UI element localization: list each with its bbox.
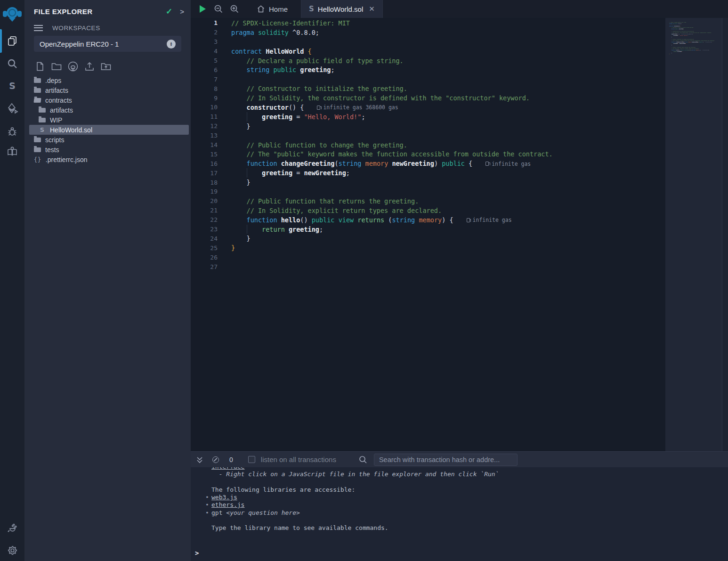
gas-estimate-badge: infinite gas 368600 gas	[317, 104, 398, 111]
expand-terminal-icon[interactable]	[196, 456, 203, 463]
terminal-bar: 0 listen on all transactions	[191, 451, 728, 467]
debugger-icon[interactable]	[0, 122, 24, 141]
remix-logo[interactable]	[2, 4, 23, 24]
terminal-panel: 0 listen on all transactions interface -…	[191, 451, 728, 561]
terminal-search-input[interactable]	[374, 454, 518, 466]
activity-bar: S	[0, 0, 24, 561]
tab-helloworld-sol[interactable]: S HelloWorld.sol ✕	[301, 0, 383, 18]
code-line-6[interactable]: 6 string public greeting;	[191, 65, 665, 74]
code-line-22[interactable]: 22 function hello() public view returns …	[191, 215, 665, 225]
terminal-line: •gpt <your question here>	[191, 509, 728, 517]
folder-open-icon	[33, 98, 41, 103]
learneth-icon[interactable]	[0, 142, 24, 161]
tree-item-scripts[interactable]: scripts	[29, 135, 189, 145]
tree-item-contracts[interactable]: contracts	[29, 95, 189, 105]
upload-folder-icon[interactable]	[100, 60, 112, 73]
folder-icon	[34, 88, 41, 93]
code-line-23[interactable]: 23 return greeting;	[191, 225, 665, 234]
close-tab-icon[interactable]: ✕	[369, 5, 375, 13]
terminal-line: •ethers.js	[191, 501, 728, 509]
terminal-search-icon	[359, 455, 367, 464]
json-file-icon: {}	[34, 156, 41, 163]
deploy-run-icon[interactable]	[0, 99, 24, 118]
terminal-line: - Right click on a JavaScript file in th…	[191, 471, 728, 478]
folder-icon	[34, 78, 41, 83]
code-line-27[interactable]: 27	[667, 56, 728, 57]
chevron-right-icon[interactable]: >	[180, 8, 184, 16]
search-icon[interactable]	[0, 54, 24, 73]
code-line-21[interactable]: 21 // In Solidity, explicit return types…	[191, 206, 665, 215]
terminal-link[interactable]: interface	[211, 467, 244, 470]
minimap[interactable]: 1// SPDX-License-Identifier: MIT2pragma …	[665, 18, 722, 451]
tab-helloworld-label: HelloWorld.sol	[318, 5, 363, 13]
tree-item-wip[interactable]: WIP	[29, 115, 189, 125]
code-line-3[interactable]: 3	[191, 37, 665, 47]
plugin-manager-icon[interactable]	[0, 518, 24, 537]
zoom-out-icon[interactable]	[210, 0, 226, 18]
accept-check-icon[interactable]: ✓	[166, 7, 172, 16]
code-line-27[interactable]: 27	[191, 262, 665, 271]
terminal-line: Type the library name to see available c…	[191, 524, 728, 532]
github-icon[interactable]	[67, 60, 79, 73]
terminal-line: interface	[191, 467, 728, 471]
listen-checkbox[interactable]	[248, 456, 255, 463]
new-folder-icon[interactable]	[50, 60, 63, 73]
code-line-12[interactable]: 12 }	[191, 122, 665, 131]
editor-area: Home S HelloWorld.sol ✕ 1// SPDX-License…	[191, 0, 728, 451]
code-line-17[interactable]: 17 greeting = newGreeting;	[191, 168, 665, 178]
code-line-5[interactable]: 5 // Declare a public field of type stri…	[191, 56, 665, 65]
code-line-13[interactable]: 13	[191, 131, 665, 140]
terminal-link[interactable]: ethers.js	[211, 501, 244, 508]
code-line-26[interactable]: 26	[191, 252, 665, 262]
terminal-prompt[interactable]: >	[195, 549, 199, 557]
tree-item-artifacts[interactable]: artifacts	[29, 85, 189, 95]
editor-scrollbar[interactable]	[722, 18, 728, 451]
code-line-4[interactable]: 4contract HelloWorld {	[191, 47, 665, 56]
solidity-file-icon: S	[39, 126, 46, 133]
listen-label: listen on all transactions	[261, 455, 336, 463]
indent-guide	[247, 225, 247, 234]
code-editor[interactable]: 1// SPDX-License-Identifier: MIT2pragma …	[191, 18, 665, 271]
clear-console-icon[interactable]	[212, 456, 219, 463]
code-editor[interactable]: 1// SPDX-License-Identifier: MIT2pragma …	[667, 22, 728, 57]
code-line-14[interactable]: 14 // Public function to change the gree…	[191, 140, 665, 150]
tree-item--prettierrc-json[interactable]: {}.prettierrc.json	[29, 154, 189, 164]
code-line-24[interactable]: 24 }	[191, 234, 665, 243]
hamburger-menu-icon[interactable]	[34, 25, 43, 31]
workspace-name: OpenZeppelin ERC20 - 1	[40, 40, 167, 48]
code-line-18[interactable]: 18 }	[191, 178, 665, 187]
code-line-1[interactable]: 1// SPDX-License-Identifier: MIT	[191, 18, 665, 28]
tree-item--deps[interactable]: .deps	[29, 75, 189, 85]
transaction-count-badge: 0	[229, 456, 233, 463]
code-line-16[interactable]: 16 function changeGreeting(string memory…	[191, 159, 665, 168]
tree-item-tests[interactable]: tests	[29, 145, 189, 154]
folder-icon	[39, 108, 46, 113]
tree-item-helloworld-sol[interactable]: SHelloWorld.sol	[29, 125, 189, 135]
settings-gear-icon[interactable]	[0, 541, 24, 560]
terminal-output: interface - Right click on a JavaScript …	[191, 467, 728, 561]
workspaces-label: WORKSPACES	[52, 24, 100, 32]
code-line-20[interactable]: 20 // Public function that returns the g…	[191, 196, 665, 206]
code-line-8[interactable]: 8 // Constructor to initialize the greet…	[191, 84, 665, 93]
code-line-25[interactable]: 25}	[191, 243, 665, 252]
tab-home[interactable]: Home	[249, 0, 295, 18]
solidity-compiler-icon[interactable]: S	[0, 76, 24, 95]
upload-file-icon[interactable]	[83, 60, 96, 73]
code-line-7[interactable]: 7	[191, 74, 665, 84]
tree-item-artifacts[interactable]: artifacts	[29, 105, 189, 115]
run-play-icon[interactable]	[194, 0, 210, 18]
file-tree: .depsartifactscontractsartifactsWIPSHell…	[24, 75, 191, 164]
code-line-9[interactable]: 9 // In Solidity, the constructor is def…	[191, 93, 665, 103]
code-line-10[interactable]: 10 constructor() {infinite gas 368600 ga…	[191, 103, 665, 112]
workspace-select[interactable]: OpenZeppelin ERC20 - 1 ▲▼	[34, 36, 181, 52]
zoom-in-icon[interactable]	[226, 0, 243, 18]
terminal-link[interactable]: web3.js	[211, 494, 237, 501]
code-line-11[interactable]: 11 greeting = "Hello, World!";	[191, 112, 665, 122]
code-line-15[interactable]: 15 // The "public" keyword makes the fun…	[191, 149, 665, 159]
new-file-icon[interactable]	[34, 60, 46, 73]
gas-pump-icon	[485, 162, 489, 166]
code-line-19[interactable]: 19	[191, 187, 665, 196]
indent-guide	[247, 112, 247, 122]
code-line-2[interactable]: 2pragma solidity ^0.8.0;	[191, 28, 665, 37]
file-explorer-icon[interactable]	[0, 31, 24, 50]
